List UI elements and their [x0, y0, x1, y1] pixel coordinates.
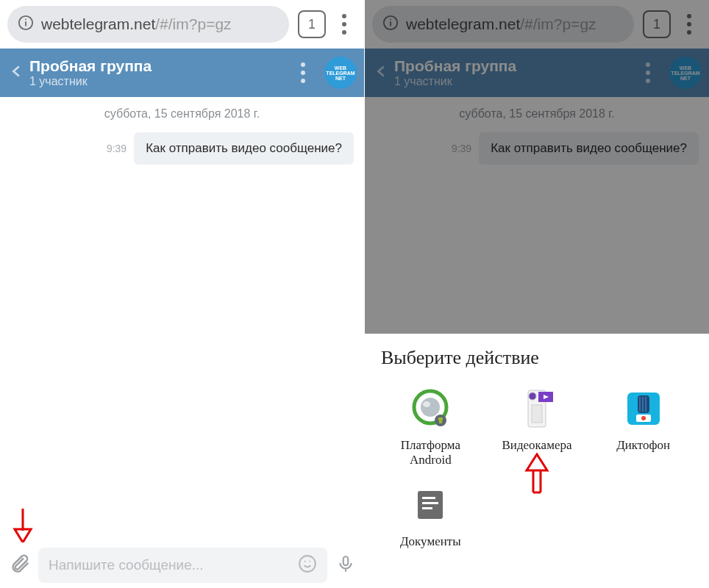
documents-icon: [407, 481, 454, 528]
avatar-text: WEB TELEGRAM NET: [324, 65, 357, 81]
svg-marker-4: [15, 529, 31, 542]
sheet-label: Документы: [400, 534, 461, 549]
url-host: webtelegram.net: [41, 15, 155, 33]
sheet-label: Платформа Android: [381, 438, 480, 468]
svg-point-6: [304, 560, 306, 562]
svg-point-7: [309, 560, 310, 562]
message-input[interactable]: Напишите сообщение...: [38, 548, 327, 583]
info-icon: [18, 15, 34, 35]
svg-rect-18: [439, 420, 442, 423]
attach-icon[interactable]: [9, 553, 31, 578]
browser-address-bar: webtelegram.net /#/im?p=gz 1: [0, 0, 364, 49]
svg-rect-32: [645, 397, 646, 412]
message-bubble[interactable]: Как отправить видео сообщение?: [134, 132, 354, 165]
svg-rect-30: [639, 397, 641, 412]
chat-menu-button[interactable]: [292, 62, 314, 83]
sheet-grid: Платформа Android Видеокамера: [381, 385, 693, 549]
sheet-item-camera[interactable]: Видеокамера: [488, 385, 587, 468]
sheet-item-android[interactable]: Платформа Android: [381, 385, 480, 468]
message-row: 9:39 Как отправить видео сообщение?: [0, 129, 364, 168]
svg-point-15: [423, 401, 430, 407]
svg-rect-38: [422, 507, 432, 509]
chat-body: суббота, 15 сентября 2018 г. 9:39 Как от…: [0, 97, 364, 588]
svg-point-5: [299, 556, 316, 572]
svg-point-34: [641, 416, 646, 420]
tab-count: 1: [308, 17, 316, 32]
svg-rect-31: [642, 397, 644, 412]
chat-title: Пробная группа: [29, 57, 292, 75]
panel-left: webtelegram.net /#/im?p=gz 1 Пробная гру…: [0, 0, 365, 588]
action-sheet: Выберите действие Платформа Android: [365, 334, 709, 588]
url-field[interactable]: webtelegram.net /#/im?p=gz: [7, 6, 289, 43]
svg-point-14: [421, 398, 440, 417]
chat-header: Пробная группа 1 участник WEB TELEGRAM N…: [0, 49, 364, 97]
svg-rect-17: [438, 417, 443, 420]
annotation-arrow-attach: [12, 507, 34, 544]
sheet-item-documents[interactable]: Документы: [381, 481, 480, 549]
svg-rect-35: [418, 491, 443, 519]
panel-right: webtelegram.net /#/im?p=gz 1 Пробная гру…: [365, 0, 709, 588]
dictaphone-icon: [620, 385, 667, 432]
message-placeholder: Напишите сообщение...: [49, 557, 298, 573]
svg-point-2: [25, 18, 26, 20]
tabs-button[interactable]: 1: [298, 10, 326, 38]
sheet-label: Диктофон: [616, 438, 670, 453]
camera-icon: [513, 385, 560, 432]
sheet-title: Выберите действие: [381, 347, 693, 369]
date-separator: суббота, 15 сентября 2018 г.: [0, 97, 364, 129]
modal-overlay[interactable]: [365, 0, 709, 334]
browser-menu-button[interactable]: [332, 10, 357, 38]
sheet-label: Видеокамера: [502, 438, 571, 453]
chat-subtitle: 1 участник: [29, 75, 292, 88]
svg-rect-37: [422, 502, 438, 504]
url-path: /#/im?p=gz: [155, 15, 231, 33]
annotation-arrow-camera: [522, 453, 552, 497]
svg-rect-8: [343, 556, 349, 565]
svg-rect-23: [532, 405, 542, 423]
mic-icon[interactable]: [336, 554, 355, 576]
chat-title-area[interactable]: Пробная группа 1 участник: [29, 57, 292, 88]
message-time: 9:39: [107, 143, 127, 154]
emoji-icon[interactable]: [298, 554, 317, 577]
svg-marker-24: [527, 454, 547, 470]
android-icon: [407, 385, 454, 432]
svg-point-20: [529, 392, 536, 400]
chat-avatar[interactable]: WEB TELEGRAM NET: [324, 57, 357, 89]
message-composer: Напишите сообщение...: [0, 542, 364, 588]
back-button[interactable]: [7, 60, 29, 85]
sheet-item-dictaphone[interactable]: Диктофон: [594, 385, 693, 468]
svg-rect-36: [422, 497, 435, 499]
